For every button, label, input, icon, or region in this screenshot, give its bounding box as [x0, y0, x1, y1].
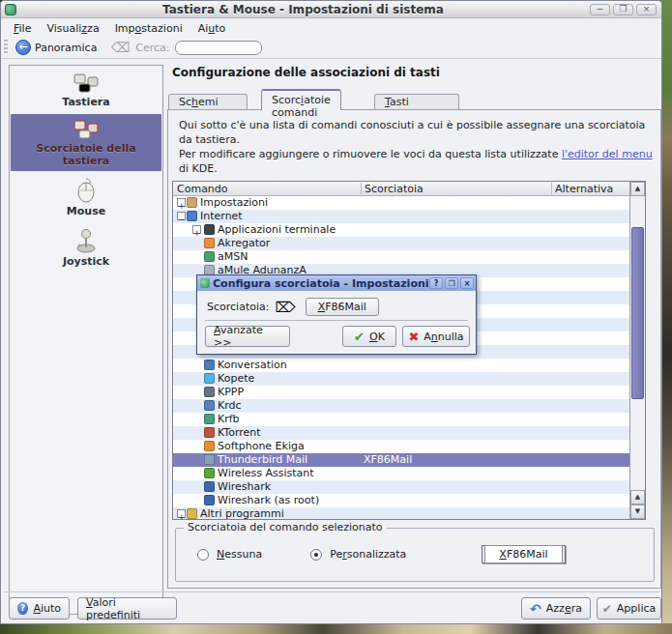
toolbar-grip[interactable] [4, 40, 8, 55]
sidebar: Tastiera Scorciatoie della tastiera Mous… [9, 65, 163, 615]
tab-schemi-scorciatoie[interactable]: Schemi scorciatoie [168, 94, 248, 110]
menu-visualizza[interactable]: Visualizza [40, 20, 105, 37]
expand-icon[interactable]: + [192, 225, 201, 234]
row-label: Altri programmi [200, 507, 284, 519]
app-icon [204, 387, 215, 397]
window-title: Tastiera & Mouse - Impostazioni di siste… [16, 3, 590, 16]
dialog-title: Configura scorciatoia - Impostazioni di [213, 277, 429, 290]
defaults-button[interactable]: Valori predefiniti [77, 597, 177, 620]
toolbar: ← Panoramica ⌫ Cerca: [1, 37, 661, 59]
tab-tasti-modificatori[interactable]: Tasti modificatori [374, 94, 459, 110]
row-label: aMSN [218, 250, 248, 264]
expand-icon[interactable]: + [177, 198, 186, 207]
overview-button[interactable]: ← Panoramica [12, 39, 101, 56]
keyboard-shortcuts-icon [73, 119, 100, 140]
sidebar-item-scorciatoie-tastiera[interactable]: Scorciatoie della tastiera [11, 114, 161, 171]
row-shortcut: XF86Mail [364, 453, 412, 467]
menu-file[interactable]: File [7, 20, 38, 37]
sidebar-item-tastiera[interactable]: Tastiera [11, 68, 161, 112]
table-row[interactable]: KPPP [173, 386, 629, 399]
selected-command-groupbox: Scorciatoia del comando selezionato Ness… [175, 528, 655, 582]
table-row[interactable]: +Impostazioni [173, 196, 629, 210]
scrollbar-thumb[interactable] [631, 227, 644, 399]
column-header-alternativa[interactable]: Alternativa [555, 183, 613, 195]
page-title: Configurazione delle associazioni di tas… [172, 66, 440, 79]
sidebar-item-label: Tastiera [62, 96, 109, 108]
scroll-up2-icon[interactable]: ▲ [630, 490, 645, 504]
expand-icon[interactable]: + [177, 509, 186, 518]
app-icon [204, 441, 215, 451]
help-button[interactable]: ? Aiuto [9, 597, 70, 620]
description-line1: Qui sotto c'è una lista di comandi conos… [179, 118, 655, 147]
dialog-titlebar[interactable]: Configura scorciatoia - Impostazioni di … [197, 275, 476, 291]
window-icon [5, 4, 16, 15]
sidebar-item-joystick[interactable]: Joystick [11, 223, 161, 272]
description-text: Qui sotto c'è una lista di comandi conos… [179, 118, 655, 176]
menu-impostazioni[interactable]: Impostazioni [108, 20, 190, 37]
row-label: Krfb [218, 413, 240, 426]
menu-editor-link[interactable]: l'editor del menu [562, 148, 653, 160]
dialog-close-button[interactable]: × [460, 277, 474, 289]
shortcut-key-button[interactable]: XF86Mail [482, 545, 565, 563]
dialog-help-button[interactable]: ? [429, 277, 443, 289]
app-icon [204, 400, 215, 411]
column-header-scorciatoia[interactable]: Scorciatoia [365, 183, 424, 195]
table-row[interactable]: Konversation [173, 359, 629, 372]
table-row[interactable]: aMSN [173, 250, 629, 264]
scroll-down-icon[interactable]: ▼ [630, 504, 645, 519]
dialog-maximize-button[interactable]: ❐ [445, 277, 458, 289]
window-titlebar[interactable]: Tastiera & Mouse - Impostazioni di siste… [1, 1, 661, 18]
table-row[interactable]: Krdc [173, 399, 629, 413]
table-row[interactable]: +Altri programmi [173, 507, 629, 519]
radio-nessuna-label[interactable]: Nessuna [217, 548, 262, 561]
tab-scorciatoie-comandi[interactable]: Scorciatoie comandi [261, 89, 341, 110]
table-row[interactable]: Kopete [173, 372, 629, 386]
minimize-button[interactable]: − [590, 4, 610, 15]
advanced-button[interactable]: Avanzate >> [205, 326, 290, 347]
radio-personalizzata[interactable] [310, 549, 322, 561]
apply-button[interactable]: ✔ Applica [597, 597, 661, 620]
table-row[interactable]: Krfb [173, 413, 629, 426]
radio-personalizzata-label[interactable]: Personalizzata [330, 548, 406, 561]
row-label: Kopete [218, 372, 254, 386]
collapse-icon[interactable]: − [177, 212, 186, 220]
app-icon [204, 427, 215, 438]
clear-search-icon[interactable]: ⌫ [110, 40, 130, 55]
table-row[interactable]: Wireless Assistant [173, 467, 629, 480]
search-input[interactable] [175, 41, 262, 55]
scroll-up-icon[interactable]: ▲ [630, 182, 645, 196]
command-tree-rows: +Impostazioni−Internet+Applicazioni term… [173, 196, 629, 519]
close-button[interactable]: × [636, 4, 657, 15]
app-icon [204, 251, 215, 262]
dialog-shortcut-button[interactable]: XF86Mail [306, 298, 379, 316]
row-label: KTorrent [218, 426, 261, 440]
ok-button[interactable]: ✔ OK [342, 326, 396, 347]
table-row[interactable]: −Internet [173, 210, 629, 223]
footer-separator [4, 591, 659, 592]
table-row[interactable]: Wireshark [173, 480, 629, 494]
joystick-icon [74, 228, 98, 253]
row-label: Impostazioni [200, 196, 268, 210]
sidebar-item-label: Scorciatoie della tastiera [13, 142, 160, 167]
sidebar-item-mouse[interactable]: Mouse [11, 173, 161, 221]
table-row[interactable]: KTorrent [173, 426, 629, 440]
radio-nessuna[interactable] [197, 549, 209, 561]
erase-shortcut-icon[interactable]: ⌦ [275, 299, 295, 316]
app-icon [204, 373, 215, 384]
row-label: Konversation [218, 359, 287, 372]
table-row[interactable]: Softphone Ekiga [173, 440, 629, 453]
table-row[interactable]: Thunderbird MailXF86Mail [173, 453, 629, 467]
list-scrollbar[interactable]: ▲ ▲ ▼ [629, 182, 645, 519]
cancel-button[interactable]: ✖ Annulla [402, 326, 470, 347]
reset-button[interactable]: ↶ Azzera [521, 597, 591, 620]
dialog-separator [205, 320, 468, 321]
table-row[interactable]: Wireshark (as root) [173, 494, 629, 507]
table-row[interactable]: +Applicazioni terminale [173, 223, 629, 237]
column-header-comando[interactable]: Comando [177, 183, 228, 195]
menu-aiuto[interactable]: Aiuto [191, 20, 233, 37]
app-icon [187, 508, 197, 519]
overview-label: Panoramica [35, 42, 97, 54]
table-row[interactable]: Akregator [173, 237, 629, 250]
row-label: Wireless Assistant [218, 467, 314, 480]
maximize-button[interactable]: ❐ [613, 4, 633, 15]
